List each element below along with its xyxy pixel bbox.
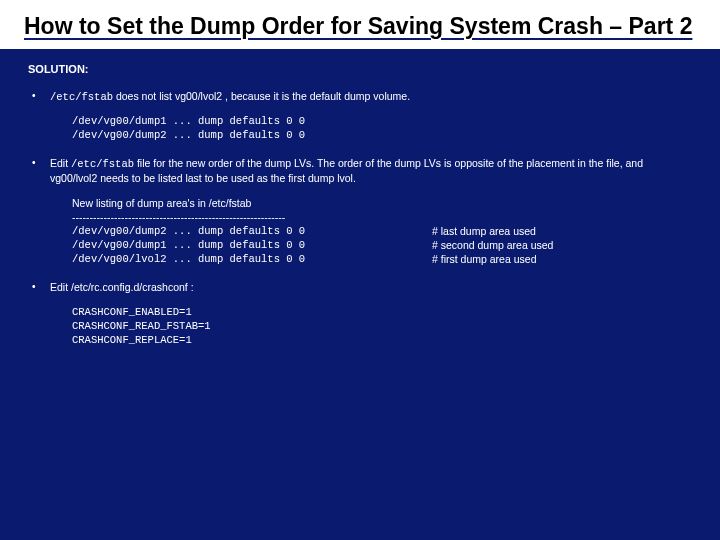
bullet3-text: Edit /etc/rc.config.d/crashconf : xyxy=(50,281,194,293)
listing-comment: # last dump area used xyxy=(432,224,536,238)
bullet2-post: file for the new order of the dump LVs. … xyxy=(50,157,643,184)
bullet-item-1: /etc/fstab does not list vg00/lvol2 , be… xyxy=(28,89,692,143)
title-block: How to Set the Dump Order for Saving Sys… xyxy=(0,0,720,49)
listing-left: /dev/vg00/dump2 ... dump defaults 0 0 xyxy=(72,224,432,238)
listing-comment: # first dump area used xyxy=(432,252,536,266)
listing-comment: # second dump area used xyxy=(432,238,553,252)
fstab-path-2: /etc/fstab xyxy=(71,158,134,170)
slide-title: How to Set the Dump Order for Saving Sys… xyxy=(24,12,696,41)
slide-content: SOLUTION: /etc/fstab does not list vg00/… xyxy=(0,49,720,347)
listing-row: /dev/vg00/dump2 ... dump defaults 0 0 # … xyxy=(72,224,692,238)
bullet2-pre: Edit xyxy=(50,157,71,169)
listing-separator: ----------------------------------------… xyxy=(72,210,692,224)
code-block-3: CRASHCONF_ENABLED=1 CRASHCONF_READ_FSTAB… xyxy=(72,305,692,348)
code-block-1: /dev/vg00/dump1 ... dump defaults 0 0 /d… xyxy=(72,114,692,142)
listing-header: New listing of dump area's in /etc/fstab xyxy=(72,196,692,210)
solution-label: SOLUTION: xyxy=(28,63,692,75)
listing-left: /dev/vg00/lvol2 ... dump defaults 0 0 xyxy=(72,252,432,266)
bullet-list: /etc/fstab does not list vg00/lvol2 , be… xyxy=(28,89,692,347)
listing-left: /dev/vg00/dump1 ... dump defaults 0 0 xyxy=(72,238,432,252)
listing-row: /dev/vg00/dump1 ... dump defaults 0 0 # … xyxy=(72,238,692,252)
bullet-item-3: Edit /etc/rc.config.d/crashconf : CRASHC… xyxy=(28,280,692,347)
listing-row: /dev/vg00/lvol2 ... dump defaults 0 0 # … xyxy=(72,252,692,266)
bullet1-text: does not list vg00/lvol2 , because it is… xyxy=(113,90,410,102)
fstab-path: /etc/fstab xyxy=(50,91,113,103)
bullet-item-2: Edit /etc/fstab file for the new order o… xyxy=(28,156,692,266)
